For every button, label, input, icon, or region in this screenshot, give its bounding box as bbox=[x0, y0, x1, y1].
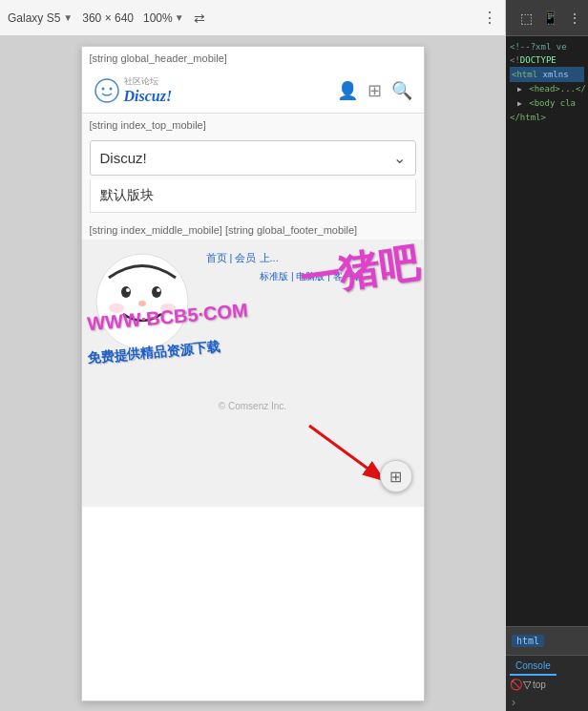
logo-brand: Discuz! bbox=[124, 88, 173, 105]
devtools-bottom-toolbar: html bbox=[506, 627, 588, 656]
nav-links: 首页 | 会员 上... bbox=[206, 251, 416, 265]
code-line-4[interactable]: ▶ <head>...</ bbox=[510, 82, 584, 96]
code-line-2: <!DOCTYPE bbox=[510, 53, 584, 67]
viewport-wrapper: [string global_header_mobile] 社区论坛 Discu… bbox=[0, 36, 505, 711]
index-top-section: Discuz! ⌄ 默认版块 bbox=[82, 135, 424, 219]
console-tab[interactable]: Console bbox=[510, 658, 556, 676]
svg-point-5 bbox=[152, 286, 161, 298]
device-dropdown-arrow[interactable]: ▼ bbox=[63, 12, 73, 23]
devtools-arrow-row: › bbox=[506, 694, 588, 711]
rotate-button[interactable]: ⇄ bbox=[194, 10, 205, 26]
svg-point-2 bbox=[109, 87, 112, 90]
index-top-label: [string index_top_mobile] bbox=[82, 114, 424, 135]
devtools-panel: ⬚ 📱 ⋮ <!--?xml ve <!DOCTYPE <html xmlns … bbox=[506, 0, 588, 711]
inspect-icon[interactable]: ⬚ bbox=[517, 9, 536, 28]
header-icons: 👤 ⊞ 🔍 bbox=[337, 80, 412, 101]
svg-point-1 bbox=[101, 87, 104, 90]
global-header-label: [string global_header_mobile] bbox=[82, 47, 424, 68]
filter-no-icon[interactable]: 🚫 bbox=[510, 679, 523, 691]
device-selector[interactable]: Galaxy S5 ▼ bbox=[8, 11, 73, 25]
mascot-svg bbox=[90, 249, 195, 354]
logo-area: 社区论坛 Discuz! bbox=[94, 75, 173, 105]
code-line-1: <!--?xml ve bbox=[510, 40, 584, 53]
dropdown-chevron-icon[interactable]: ⌄ bbox=[393, 149, 406, 167]
person-icon[interactable]: 👤 bbox=[337, 80, 358, 101]
more-options-button[interactable]: ⋮ bbox=[482, 9, 497, 27]
devtools-bottom: html Console 🚫 ▽ top › bbox=[506, 626, 588, 711]
html-badge: html bbox=[512, 635, 544, 647]
default-block: 默认版块 bbox=[90, 179, 416, 213]
dimensions-display: 360 × 640 bbox=[82, 11, 134, 25]
svg-point-4 bbox=[121, 286, 131, 298]
top-filter-label: top bbox=[533, 680, 546, 690]
logo-top-text: 社区论坛 bbox=[124, 75, 173, 88]
grid-button[interactable]: ⊞ bbox=[380, 460, 412, 492]
mobile-frame: [string global_header_mobile] 社区论坛 Discu… bbox=[81, 46, 425, 701]
zoom-dropdown-arrow[interactable]: ▼ bbox=[175, 12, 184, 23]
device-name: Galaxy S5 bbox=[8, 11, 60, 25]
code-line-3[interactable]: <html xmlns bbox=[510, 67, 584, 82]
zoom-selector[interactable]: 100% ▼ bbox=[143, 11, 184, 25]
code-line-6: </html> bbox=[510, 111, 584, 124]
search-icon[interactable]: 🔍 bbox=[391, 80, 412, 101]
header-section: 社区论坛 Discuz! 👤 ⊞ 🔍 bbox=[82, 68, 424, 114]
version-links: 标准版 | 电脑版 | 客户端 bbox=[206, 270, 416, 283]
browser-area: Galaxy S5 ▼ 360 × 640 100% ▼ ⇄ ⋮ [string… bbox=[0, 0, 506, 711]
discuz-dropdown[interactable]: Discuz! ⌄ bbox=[90, 140, 416, 176]
top-filter-row: 🚫 ▽ top bbox=[506, 676, 588, 694]
logo-icon bbox=[94, 77, 120, 104]
devtools-more-icon[interactable]: ⋮ bbox=[565, 9, 584, 28]
svg-point-8 bbox=[138, 301, 146, 306]
discuz-dropdown-text: Discuz! bbox=[100, 150, 147, 166]
svg-point-6 bbox=[126, 288, 130, 292]
apps-icon[interactable]: ⊞ bbox=[368, 80, 382, 101]
middle-section: 首页 | 会员 上... 标准版 | 电脑版 | 客户端 © Comsenz I… bbox=[82, 240, 424, 507]
browser-toolbar: Galaxy S5 ▼ 360 × 640 100% ▼ ⇄ ⋮ bbox=[0, 0, 505, 36]
filter-funnel-icon[interactable]: ▽ bbox=[523, 679, 531, 691]
code-line-5[interactable]: ▶ <body cla bbox=[510, 96, 584, 111]
devtools-content: <!--?xml ve <!DOCTYPE <html xmlns ▶ <hea… bbox=[506, 36, 588, 626]
grid-icon: ⊞ bbox=[389, 468, 402, 486]
svg-line-12 bbox=[309, 426, 381, 478]
svg-point-9 bbox=[109, 303, 124, 313]
svg-point-0 bbox=[95, 79, 118, 102]
devtools-toolbar: ⬚ 📱 ⋮ bbox=[506, 0, 588, 36]
svg-point-7 bbox=[157, 288, 160, 292]
svg-point-10 bbox=[160, 303, 176, 313]
device-toggle-icon[interactable]: 📱 bbox=[539, 9, 561, 28]
index-middle-label: [string index_middle_mobile] [string glo… bbox=[82, 219, 424, 240]
console-tabs: Console bbox=[506, 656, 588, 676]
copyright-text: © Comsenz Inc. bbox=[82, 401, 424, 411]
logo-text: 社区论坛 Discuz! bbox=[124, 75, 173, 105]
